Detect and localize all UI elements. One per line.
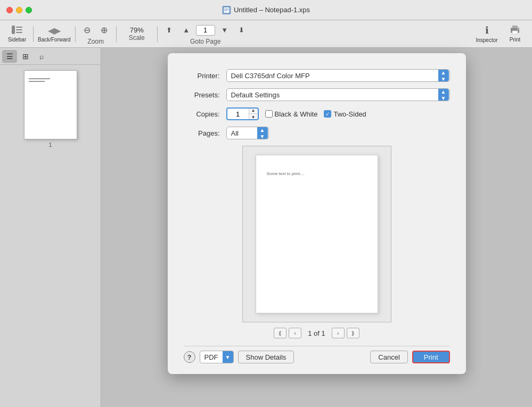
goto-first-button[interactable]: ⬆ (162, 23, 177, 38)
page-last-button[interactable]: ⟫ (347, 328, 359, 338)
print-button[interactable]: Print (412, 351, 450, 363)
pages-select-wrapper: All ▲ ▼ (226, 127, 269, 139)
scale-label: Scale (129, 34, 145, 41)
goto-label: Goto Page (190, 38, 220, 45)
pdf-dropdown-arrow[interactable]: ▼ (223, 351, 233, 363)
zoom-value: 79% (130, 26, 144, 34)
presets-control: Default Settings ▲ ▼ (226, 88, 450, 101)
backforward-button[interactable]: ◀ ▶ Back/Forward (38, 22, 71, 46)
copies-stepper: ▲ ▼ (249, 107, 258, 120)
zoom-label: Zoom (87, 38, 104, 45)
svg-rect-11 (517, 29, 519, 30)
svg-rect-2 (224, 10, 228, 10)
two-sided-checkbox-checked[interactable]: ✓ (324, 110, 331, 118)
app-icon (222, 6, 231, 14)
svg-rect-1 (224, 9, 228, 9)
goto-last-button[interactable]: ⬇ (234, 23, 249, 38)
page-next-button[interactable]: › (332, 328, 345, 338)
back-icon: ◀ (48, 26, 54, 36)
svg-rect-9 (512, 26, 518, 28)
print-dialog: Printer: Dell C3765dnf Color MFP ▲ ▼ Pre… (168, 53, 466, 374)
main-toolbar: Sidebar ◀ ▶ Back/Forward ⊖ ⊕ Zoom 79% Sc… (0, 20, 532, 48)
pdf-label: PDF (200, 353, 223, 361)
print-toolbar-button[interactable]: Print (503, 22, 527, 46)
inspector-label: Inspector (476, 37, 497, 43)
minimize-button[interactable] (16, 7, 22, 13)
zoom-in-button[interactable]: ⊕ (97, 23, 112, 38)
sidebar: ☰ ⊞ ⌕ 1 (0, 48, 101, 407)
pages-control: All ▲ ▼ (226, 127, 450, 139)
printer-select-wrapper: Dell C3765dnf Color MFP ▲ ▼ (226, 69, 450, 82)
toolbar-separator-3 (116, 26, 117, 42)
printer-label: Printer: (184, 72, 226, 80)
two-sided-label[interactable]: ✓ Two-Sided (324, 110, 366, 118)
black-white-text: Black & White (275, 110, 318, 118)
presets-label: Presets: (184, 91, 226, 99)
sidebar-toolbar: ☰ ⊞ ⌕ (0, 48, 101, 65)
zoom-out-button[interactable]: ⊖ (80, 23, 95, 38)
goto-prev-button[interactable]: ▲ (179, 23, 194, 38)
inspector-icon: ℹ (485, 24, 489, 36)
printer-select[interactable]: Dell C3765dnf Color MFP (226, 69, 450, 82)
close-button[interactable] (6, 7, 13, 13)
print-toolbar-label: Print (510, 37, 521, 43)
list-view-button[interactable]: ☰ (2, 50, 17, 63)
svg-rect-4 (12, 26, 15, 34)
goto-next-button[interactable]: ▼ (217, 23, 232, 38)
zoom-group: ⊖ ⊕ Zoom (80, 23, 112, 45)
backforward-label: Back/Forward (38, 37, 71, 43)
main-area: Printer: Dell C3765dnf Color MFP ▲ ▼ Pre… (101, 48, 532, 407)
preview-text: Some text to print.... (267, 171, 305, 176)
maximize-button[interactable] (26, 7, 32, 13)
pages-row: Pages: All ▲ ▼ (184, 127, 450, 139)
print-preview-area: Some text to print.... (242, 146, 391, 322)
page-first-button[interactable]: ⟪ (274, 328, 287, 338)
inspector-button[interactable]: ℹ Inspector (472, 22, 501, 46)
two-sided-text: Two-Sided (333, 110, 366, 118)
page-thumb-number: 1 (48, 142, 52, 148)
copies-input[interactable] (227, 109, 249, 119)
goto-page-group: ⬆ ▲ 1 ▼ ⬇ Goto Page (162, 23, 249, 45)
svg-rect-3 (224, 11, 227, 11)
page-nav-controls: ⟪ ‹ 1 of 1 › ⟫ (184, 328, 450, 338)
thumb-image (24, 70, 77, 139)
print-toolbar-icon (510, 25, 520, 36)
thumb-line-1 (29, 78, 50, 79)
pages-label: Pages: (184, 129, 226, 137)
sidebar-icon (12, 26, 22, 36)
presets-select-wrapper: Default Settings ▲ ▼ (226, 88, 450, 101)
title-bar: Untitled – Notepad-1.xps (0, 0, 532, 20)
traffic-lights (6, 7, 32, 13)
sidebar-label: Sidebar (8, 37, 26, 43)
pdf-button[interactable]: PDF ▼ (200, 351, 234, 363)
show-details-button[interactable]: Show Details (238, 351, 294, 363)
window-title: Untitled – Notepad-1.xps (234, 6, 310, 14)
toolbar-separator-1 (33, 26, 34, 42)
copies-row: Copies: ▲ ▼ Black & White (184, 107, 450, 120)
grid-view-button[interactable]: ⊞ (18, 50, 33, 63)
presets-row: Presets: Default Settings ▲ ▼ (184, 88, 450, 101)
toolbar-separator-4 (157, 26, 158, 42)
help-button[interactable]: ? (184, 351, 195, 363)
presets-select[interactable]: Default Settings (226, 88, 450, 101)
black-white-checkbox[interactable] (265, 110, 273, 118)
black-white-label[interactable]: Black & White (265, 110, 318, 118)
printer-control: Dell C3765dnf Color MFP ▲ ▼ (226, 69, 450, 82)
search-button[interactable]: ⌕ (34, 50, 49, 63)
svg-rect-5 (16, 27, 22, 28)
copies-decrement-button[interactable]: ▼ (249, 114, 258, 120)
copies-options: ▲ ▼ Black & White ✓ Two-Sided (226, 107, 366, 120)
copies-input-wrapper: ▲ ▼ (226, 107, 259, 120)
page-indicator: 1 of 1 (308, 329, 325, 337)
page-prev-button[interactable]: ‹ (289, 328, 301, 338)
copies-label: Copies: (184, 110, 226, 118)
goto-page-input[interactable]: 1 (196, 25, 215, 36)
window-title-area: Untitled – Notepad-1.xps (222, 6, 310, 14)
sidebar-button[interactable]: Sidebar (5, 22, 29, 46)
svg-rect-10 (512, 31, 518, 34)
copies-increment-button[interactable]: ▲ (249, 107, 258, 114)
cancel-button[interactable]: Cancel (370, 351, 407, 363)
pages-select[interactable]: All (226, 127, 269, 139)
dialog-bottom-bar: ? PDF ▼ Show Details Cancel Print (184, 346, 450, 363)
nav-arrows: ◀ ▶ (48, 26, 61, 36)
